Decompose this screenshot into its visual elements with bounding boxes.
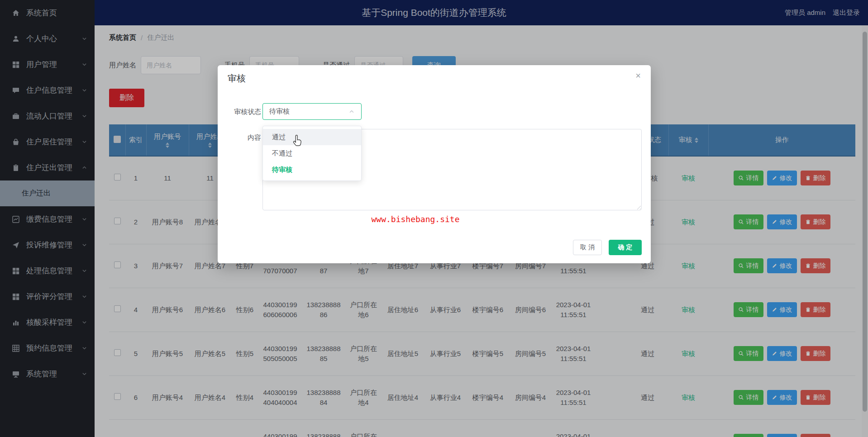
cancel-button[interactable]: 取 消 bbox=[573, 240, 602, 255]
close-icon[interactable]: × bbox=[635, 71, 641, 81]
audit-status-value: 待审核 bbox=[269, 107, 290, 116]
dropdown-option[interactable]: 待审核 bbox=[263, 162, 361, 178]
watermark-text: www.bishebang.site bbox=[218, 214, 613, 224]
dropdown-option[interactable]: 通过 bbox=[263, 129, 361, 145]
modal-title: 审核 bbox=[228, 72, 246, 85]
audit-status-dropdown: 通过不通过待审核 bbox=[262, 126, 362, 181]
audit-status-select[interactable]: 待审核 bbox=[262, 103, 362, 120]
dropdown-option[interactable]: 不通过 bbox=[263, 145, 361, 162]
audit-modal: 审核 × 审核状态 待审核 内容 通过不通过待审核 www.bishebang.… bbox=[218, 65, 651, 263]
chevron-up-icon bbox=[348, 109, 355, 115]
audit-status-label: 审核状态 bbox=[218, 103, 261, 120]
confirm-button[interactable]: 确 定 bbox=[609, 240, 642, 255]
content-label: 内容 bbox=[218, 129, 261, 146]
